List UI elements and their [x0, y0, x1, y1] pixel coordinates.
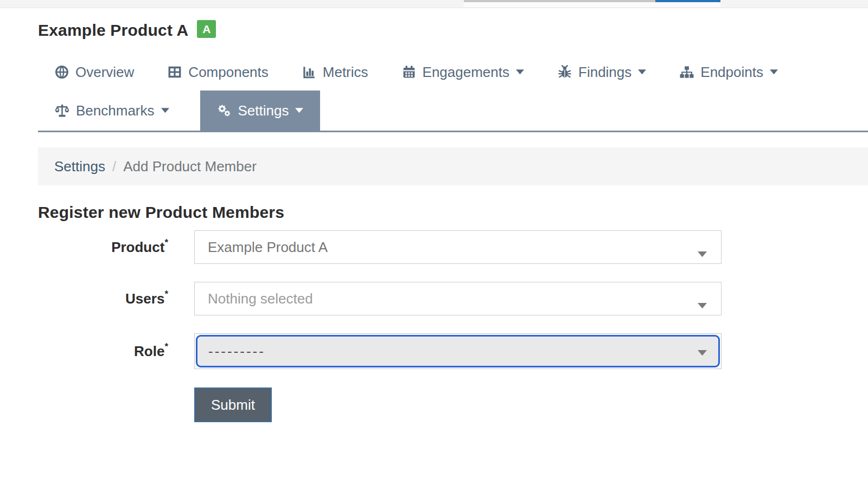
search-input[interactable] — [464, 0, 655, 7]
tab-label: Components — [188, 64, 268, 81]
tab-engagements[interactable]: Engagements — [385, 54, 541, 91]
product-label: Product* — [38, 238, 168, 256]
role-select-focus-ring: --------- — [196, 335, 720, 367]
product-tabs: Overview Components Metrics Engagements — [38, 54, 868, 132]
submit-button[interactable]: Submit — [194, 387, 272, 422]
tab-label: Settings — [238, 102, 289, 119]
required-marker: * — [164, 237, 168, 248]
role-select[interactable]: --------- — [194, 333, 722, 369]
role-select-value: --------- — [208, 343, 265, 360]
bug-icon — [558, 65, 572, 79]
users-label: Users* — [38, 290, 168, 307]
tab-label: Engagements — [423, 64, 509, 81]
breadcrumb-current: Add Product Member — [123, 158, 257, 175]
tab-settings[interactable]: Settings — [200, 91, 321, 131]
form-row-product: Product* Example Product A — [38, 230, 868, 264]
role-label: Role* — [38, 343, 168, 360]
caret-down-icon — [698, 348, 707, 358]
form-row-role: Role* --------- — [38, 333, 868, 369]
product-select[interactable]: Example Product A — [194, 230, 722, 264]
tab-metrics[interactable]: Metrics — [285, 54, 385, 91]
tab-label: Findings — [578, 64, 631, 81]
tab-findings[interactable]: Findings — [541, 54, 663, 91]
caret-down-icon — [698, 244, 707, 261]
page-title: Example Product A — [38, 20, 188, 41]
breadcrumb-separator: / — [105, 158, 123, 175]
required-marker: * — [164, 289, 168, 299]
tab-label: Overview — [75, 64, 134, 81]
globe-icon — [55, 65, 69, 79]
chevron-down-icon — [516, 69, 524, 75]
calendar-icon — [402, 65, 416, 79]
tab-benchmarks[interactable]: Benchmarks — [38, 91, 186, 131]
tab-overview[interactable]: Overview — [38, 54, 151, 91]
sitemap-icon — [680, 65, 694, 79]
top-strip — [0, 0, 868, 8]
tab-endpoints[interactable]: Endpoints — [663, 54, 795, 91]
bar-chart-icon — [302, 65, 316, 79]
page-header: Example Product A A — [38, 20, 868, 42]
required-marker: * — [164, 341, 168, 352]
tab-label: Endpoints — [700, 64, 763, 81]
table-icon — [168, 65, 182, 79]
tab-label: Metrics — [323, 64, 368, 81]
form-heading: Register new Product Members — [38, 203, 868, 222]
users-select-value: Nothing selected — [208, 290, 313, 307]
product-grade-badge[interactable]: A — [197, 20, 216, 38]
form-row-users: Users* Nothing selected — [38, 282, 868, 315]
chevron-down-icon — [161, 108, 169, 113]
gears-icon — [217, 104, 232, 118]
search-button[interactable] — [655, 0, 720, 7]
product-select-value: Example Product A — [208, 239, 328, 256]
balance-scale-icon — [55, 104, 69, 118]
tab-components[interactable]: Components — [151, 54, 285, 91]
caret-down-icon — [698, 296, 707, 313]
chevron-down-icon — [295, 108, 303, 113]
tab-label: Benchmarks — [76, 102, 155, 119]
breadcrumb: Settings / Add Product Member — [38, 147, 868, 185]
breadcrumb-settings-link[interactable]: Settings — [54, 158, 105, 175]
chevron-down-icon — [638, 69, 646, 75]
users-select[interactable]: Nothing selected — [194, 282, 722, 315]
chevron-down-icon — [770, 69, 778, 75]
